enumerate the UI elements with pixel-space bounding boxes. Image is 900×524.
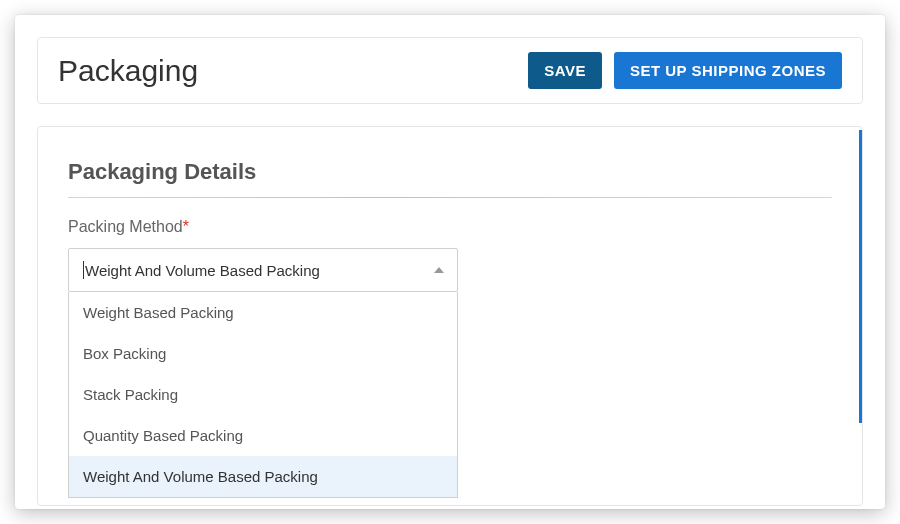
- main-container: Packaging SAVE SET UP SHIPPING ZONES Pac…: [15, 15, 885, 509]
- dropdown-option[interactable]: Quantity Based Packing: [69, 415, 457, 456]
- required-asterisk: *: [183, 218, 189, 235]
- header-card: Packaging SAVE SET UP SHIPPING ZONES: [37, 37, 863, 104]
- caret-up-icon[interactable]: [434, 267, 444, 273]
- section-divider: [68, 197, 832, 198]
- packing-method-dropdown[interactable]: Weight Based Packing Box Packing Stack P…: [68, 292, 458, 498]
- field-label-text: Packing Method: [68, 218, 183, 235]
- text-cursor: [83, 261, 84, 279]
- page-title: Packaging: [58, 54, 198, 88]
- setup-shipping-zones-button[interactable]: SET UP SHIPPING ZONES: [614, 52, 842, 89]
- packing-method-select[interactable]: Weight And Volume Based Packing: [68, 248, 458, 292]
- dropdown-option[interactable]: Weight Based Packing: [69, 292, 457, 333]
- section-title: Packaging Details: [68, 159, 832, 185]
- packing-method-label: Packing Method*: [68, 218, 832, 236]
- header-actions: SAVE SET UP SHIPPING ZONES: [528, 52, 842, 89]
- save-button[interactable]: SAVE: [528, 52, 602, 89]
- dropdown-option[interactable]: Weight And Volume Based Packing: [69, 456, 457, 497]
- dropdown-option[interactable]: Stack Packing: [69, 374, 457, 415]
- dropdown-option[interactable]: Box Packing: [69, 333, 457, 374]
- selected-value-text: Weight And Volume Based Packing: [85, 262, 320, 279]
- packaging-details-card: Packaging Details Packing Method* Weight…: [37, 126, 863, 506]
- packing-method-input[interactable]: Weight And Volume Based Packing: [68, 248, 458, 292]
